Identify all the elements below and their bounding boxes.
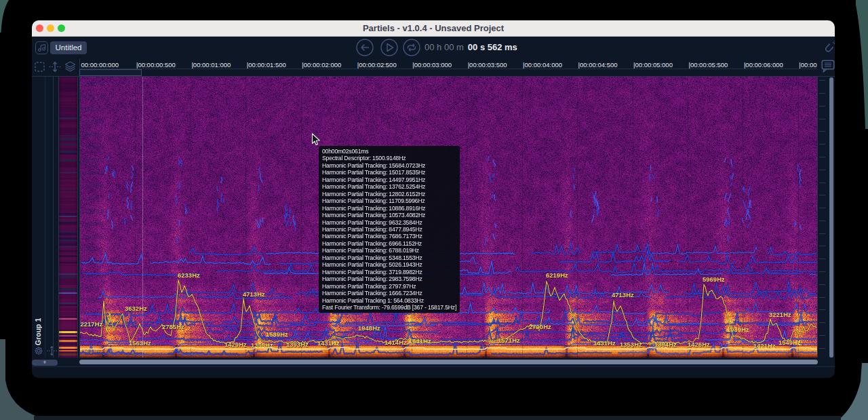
tooltip-line: Harmonic Partial Tracking: 8477.8945Hz	[322, 226, 460, 233]
loop-button[interactable]	[403, 39, 420, 56]
overview-canvas	[59, 77, 77, 358]
tooltip-line: Harmonic Partial Tracking: 14497.9951Hz	[322, 176, 460, 183]
horizontal-scrollbar[interactable]	[79, 360, 818, 364]
tooltip-line: 00h00m02s061ms	[322, 148, 460, 155]
audio-file-icon[interactable]	[35, 41, 48, 54]
ruler-label: |00:00:01:000	[191, 61, 231, 69]
vertical-move-tool-icon[interactable]	[49, 61, 61, 73]
mouse-cursor	[311, 133, 321, 147]
tooltip-line: Harmonic Partial Tracking: 10886.8916Hz	[322, 205, 460, 212]
ruler-label: |00:00:03:500	[468, 61, 507, 69]
loop-selection-range[interactable]	[79, 69, 142, 76]
ruler-label: |00:00:05:500	[688, 61, 728, 69]
window-title: Partiels - v1.0.4 - Unsaved Project	[32, 20, 835, 37]
document-name-button[interactable]: Untitled	[50, 41, 87, 54]
titlebar: Partiels - v1.0.4 - Unsaved Project	[32, 20, 835, 37]
tooltip-line: Harmonic Partial Tracking: 15017.8535Hz	[322, 169, 460, 176]
ruler-label: |00:00:03:000	[412, 61, 452, 69]
ruler-label: |00:00:06:500	[799, 61, 817, 69]
ruler-label: |00:00:00:500	[136, 61, 176, 69]
tooltip-line: Harmonic Partial Tracking: 6966.1152Hz	[322, 240, 460, 247]
rewind-button[interactable]	[356, 39, 374, 56]
play-button[interactable]	[380, 39, 398, 56]
comment-bubble-icon[interactable]	[821, 60, 835, 73]
group-settings-gear-icon[interactable]	[33, 345, 44, 356]
group-move-icon[interactable]	[46, 345, 58, 357]
tooltip-line: Harmonic Partial Tracking: 12802.6152Hz	[322, 191, 460, 197]
ruler-row: 00:00:00:000|00:00:00:500|00:00:01:000|0…	[32, 59, 835, 76]
tooltip-line: Harmonic Partial Tracking: 2797.97Hz	[322, 283, 460, 290]
tooltip-line: Spectral Descriptor: 1500.9148Hz	[322, 155, 460, 161]
tooltip-line: Harmonic Partial Tracking: 7686.7173Hz	[322, 233, 460, 240]
tooltip-line: Harmonic Partial Tracking: 6788.019Hz	[322, 247, 460, 254]
time-seconds-millis: 00 s 562 ms	[468, 42, 517, 52]
ruler-label: |00:00:01:500	[247, 61, 286, 69]
ruler-label: |00:00:02:500	[357, 61, 397, 69]
frequency-ruler[interactable]	[817, 77, 828, 358]
playhead-time-display: 00 h 00 m00 s 562 ms	[425, 37, 517, 59]
group-panel-divider-2	[53, 77, 54, 358]
layers-tool-icon[interactable]	[64, 61, 76, 72]
tooltip-line: Harmonic Partial Tracking: 5026.1943Hz	[322, 261, 460, 268]
tooltip-line: Harmonic Partial Tracking: 3719.8982Hz	[322, 269, 460, 275]
tooltip-line: Harmonic Partial Tracking: 5348.1553Hz	[322, 254, 460, 261]
tooltip-line: Harmonic Partial Tracking 1: 564.0833Hz	[322, 297, 460, 304]
tooltip-line: Harmonic Partial Tracking: 13762.5254Hz	[322, 183, 460, 190]
tooltip-line: Harmonic Partial Tracking: 1666.7234Hz	[322, 290, 460, 297]
group-panel-divider	[45, 77, 45, 358]
screenshot-stage: Partiels - v1.0.4 - Unsaved Project Unti…	[0, 0, 868, 420]
ruler-label: |00:00:02:000	[302, 61, 341, 69]
tooltip-line: Fast Fourier Transform: -79.6599dB [367 …	[322, 304, 460, 311]
horizontal-scrollbar-thumb[interactable]	[79, 360, 818, 364]
analysis-tooltip: 00h00m02s061msSpectral Descriptor: 1500.…	[319, 146, 460, 313]
tooltip-line: Harmonic Partial Tracking: 2983.7598Hz	[322, 275, 460, 282]
ruler-label: |00:00:06:000	[744, 61, 783, 69]
group-overview-strip[interactable]	[58, 77, 78, 358]
ruler-label: 00:00:00:000	[81, 61, 119, 69]
tooltip-line: Harmonic Partial Tracking: 15684.0723Hz	[322, 162, 460, 169]
window-footer	[32, 366, 835, 378]
time-hours-minutes: 00 h 00 m	[425, 42, 464, 52]
frequency-ticks-canvas	[818, 77, 829, 358]
ruler-label: |00:00:05:000	[633, 61, 673, 69]
toolbar: Untitled 00 h 00 m00 s 562 ms	[32, 37, 835, 59]
selection-tool-icon[interactable]	[35, 62, 45, 72]
ruler-label: |00:00:04:500	[578, 61, 618, 69]
vertical-scrollbar-thumb[interactable]	[829, 77, 833, 358]
loop-strip[interactable]	[79, 69, 817, 77]
tooltip-line: Harmonic Partial Tracking: 11709.5996Hz	[322, 197, 460, 204]
ruler-label: |00:00:04:000	[523, 61, 562, 69]
tooltip-line: Harmonic Partial Tracking: 10573.4082Hz	[322, 212, 460, 218]
vertical-scrollbar[interactable]	[829, 77, 835, 358]
group-name-label[interactable]: Group 1	[34, 320, 43, 345]
tooltip-line: Harmonic Partial Tracking: 9632.3584Hz	[322, 219, 460, 226]
bottom-bar: +	[32, 358, 835, 367]
magnet-snap-icon[interactable]	[822, 40, 835, 55]
add-group-button[interactable]: +	[32, 360, 58, 366]
